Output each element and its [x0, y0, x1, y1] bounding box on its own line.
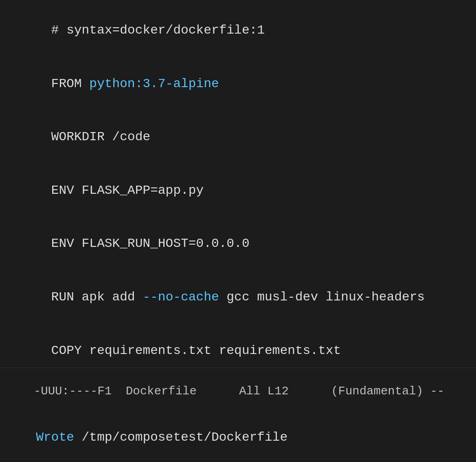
code-line-1: # syntax=docker/dockerfile:1	[5, 4, 471, 57]
code-line-7: COPY requirements.txt requirements.txt	[5, 324, 471, 368]
code-line-5: ENV FLASK_RUN_HOST=0.0.0.0	[5, 217, 471, 270]
line-5-text: ENV FLASK_RUN_HOST=0.0.0.0	[51, 236, 250, 251]
line-6-run: RUN apk add	[51, 290, 143, 304]
code-line-3: WORKDIR /code	[5, 110, 471, 164]
code-line-4: ENV FLASK_APP=app.py	[5, 164, 471, 217]
wrote-path: /tmp/composetest/Dockerfile	[74, 430, 287, 444]
line-2-image: python:3.7-alpine	[89, 77, 219, 91]
line-7-text: COPY requirements.txt requirements.txt	[51, 344, 341, 358]
code-line-6: RUN apk add --no-cache gcc musl-dev linu…	[5, 270, 471, 324]
code-line-2: FROM python:3.7-alpine	[5, 57, 471, 111]
wrote-label: Wrote	[36, 430, 74, 444]
line-2-from: FROM	[51, 77, 89, 91]
line-3-text: WORKDIR /code	[51, 130, 150, 144]
status-bar: -UUU:----F1 Dockerfile All L12 (Fundamen…	[0, 368, 476, 414]
status-message: Wrote /tmp/composetest/Dockerfile	[0, 414, 476, 462]
line-6-flag: --no-cache	[142, 290, 219, 304]
status-bar-text: -UUU:----F1 Dockerfile All L12 (Fundamen…	[34, 384, 444, 398]
line-6-packages: gcc musl-dev linux-headers	[219, 290, 425, 304]
line-1-text: # syntax=docker/dockerfile:1	[51, 23, 265, 37]
editor-container: # syntax=docker/dockerfile:1 FROM python…	[0, 0, 476, 462]
code-area[interactable]: # syntax=docker/dockerfile:1 FROM python…	[0, 0, 476, 368]
line-4-text: ENV FLASK_APP=app.py	[51, 183, 204, 197]
